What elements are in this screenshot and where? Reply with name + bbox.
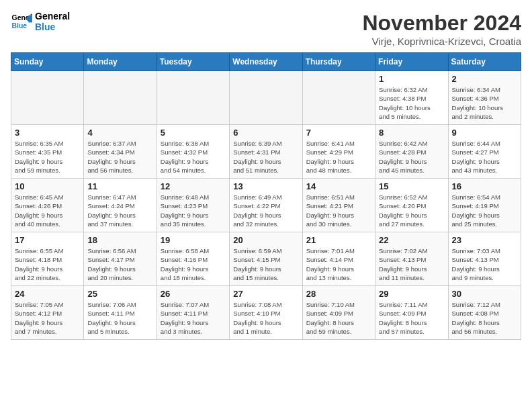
logo: General Blue General Blue <box>11 11 70 32</box>
day-detail: Sunrise: 7:01 AMSunset: 4:14 PMDaylight:… <box>306 246 371 282</box>
day-number: 22 <box>379 235 444 245</box>
day-number: 2 <box>452 74 517 84</box>
day-number: 18 <box>87 235 152 245</box>
day-cell <box>11 71 84 125</box>
day-number: 23 <box>452 235 517 245</box>
col-header-saturday: Saturday <box>448 53 521 71</box>
day-number: 20 <box>233 235 298 245</box>
day-detail: Sunrise: 7:05 AMSunset: 4:12 PMDaylight:… <box>15 300 80 336</box>
day-number: 26 <box>161 289 226 299</box>
day-cell: 15Sunrise: 6:52 AMSunset: 4:20 PMDayligh… <box>375 179 448 232</box>
day-number: 13 <box>233 181 298 191</box>
day-number: 11 <box>87 181 152 191</box>
location-title: Virje, Koprivnica-Krizevci, Croatia <box>362 36 521 47</box>
day-cell: 16Sunrise: 6:54 AMSunset: 4:19 PMDayligh… <box>448 179 521 232</box>
day-detail: Sunrise: 7:07 AMSunset: 4:11 PMDaylight:… <box>161 300 226 336</box>
day-detail: Sunrise: 6:37 AMSunset: 4:34 PMDaylight:… <box>87 139 152 175</box>
day-number: 17 <box>15 235 80 245</box>
day-detail: Sunrise: 7:11 AMSunset: 4:09 PMDaylight:… <box>379 300 444 336</box>
logo-icon: General Blue <box>11 11 32 32</box>
day-detail: Sunrise: 6:51 AMSunset: 4:21 PMDaylight:… <box>306 193 371 228</box>
day-cell: 28Sunrise: 7:10 AMSunset: 4:09 PMDayligh… <box>302 286 375 340</box>
day-detail: Sunrise: 6:42 AMSunset: 4:28 PMDaylight:… <box>379 139 444 175</box>
day-detail: Sunrise: 6:49 AMSunset: 4:22 PMDaylight:… <box>233 193 298 228</box>
col-header-thursday: Thursday <box>302 53 375 71</box>
day-number: 25 <box>87 289 152 299</box>
day-cell: 23Sunrise: 7:03 AMSunset: 4:13 PMDayligh… <box>448 232 521 286</box>
day-detail: Sunrise: 6:32 AMSunset: 4:38 PMDaylight:… <box>379 85 444 121</box>
day-number: 7 <box>306 128 371 138</box>
day-cell: 5Sunrise: 6:38 AMSunset: 4:32 PMDaylight… <box>157 125 229 179</box>
day-detail: Sunrise: 7:03 AMSunset: 4:13 PMDaylight:… <box>452 246 517 282</box>
day-number: 1 <box>379 74 444 84</box>
calendar-table: SundayMondayTuesdayWednesdayThursdayFrid… <box>11 52 521 340</box>
day-detail: Sunrise: 7:06 AMSunset: 4:11 PMDaylight:… <box>87 300 152 336</box>
day-number: 21 <box>306 235 371 245</box>
day-cell: 29Sunrise: 7:11 AMSunset: 4:09 PMDayligh… <box>375 286 448 340</box>
day-cell: 4Sunrise: 6:37 AMSunset: 4:34 PMDaylight… <box>84 125 157 179</box>
week-row-5: 24Sunrise: 7:05 AMSunset: 4:12 PMDayligh… <box>11 286 521 340</box>
week-row-4: 17Sunrise: 6:55 AMSunset: 4:18 PMDayligh… <box>11 232 521 286</box>
day-cell: 27Sunrise: 7:08 AMSunset: 4:10 PMDayligh… <box>230 286 302 340</box>
day-cell <box>230 71 302 125</box>
day-cell: 24Sunrise: 7:05 AMSunset: 4:12 PMDayligh… <box>11 286 84 340</box>
day-number: 19 <box>161 235 226 245</box>
day-number: 30 <box>452 289 517 299</box>
day-detail: Sunrise: 6:54 AMSunset: 4:19 PMDaylight:… <box>452 193 517 228</box>
day-detail: Sunrise: 7:02 AMSunset: 4:13 PMDaylight:… <box>379 246 444 282</box>
day-cell: 13Sunrise: 6:49 AMSunset: 4:22 PMDayligh… <box>230 179 302 232</box>
day-cell: 20Sunrise: 6:59 AMSunset: 4:15 PMDayligh… <box>230 232 302 286</box>
day-detail: Sunrise: 6:47 AMSunset: 4:24 PMDaylight:… <box>87 193 152 228</box>
day-cell: 6Sunrise: 6:39 AMSunset: 4:31 PMDaylight… <box>230 125 302 179</box>
day-cell: 2Sunrise: 6:34 AMSunset: 4:36 PMDaylight… <box>448 71 521 125</box>
day-number: 29 <box>379 289 444 299</box>
day-cell: 10Sunrise: 6:45 AMSunset: 4:26 PMDayligh… <box>11 179 84 232</box>
day-cell: 9Sunrise: 6:44 AMSunset: 4:27 PMDaylight… <box>448 125 521 179</box>
day-number: 27 <box>233 289 298 299</box>
day-cell: 26Sunrise: 7:07 AMSunset: 4:11 PMDayligh… <box>157 286 229 340</box>
day-detail: Sunrise: 6:39 AMSunset: 4:31 PMDaylight:… <box>233 139 298 175</box>
logo-blue: Blue <box>35 21 70 32</box>
week-row-3: 10Sunrise: 6:45 AMSunset: 4:26 PMDayligh… <box>11 179 521 232</box>
week-row-1: 1Sunrise: 6:32 AMSunset: 4:38 PMDaylight… <box>11 71 521 125</box>
day-detail: Sunrise: 7:12 AMSunset: 4:08 PMDaylight:… <box>452 300 517 336</box>
day-number: 12 <box>161 181 226 191</box>
day-detail: Sunrise: 6:34 AMSunset: 4:36 PMDaylight:… <box>452 85 517 121</box>
day-number: 4 <box>87 128 152 138</box>
week-row-2: 3Sunrise: 6:35 AMSunset: 4:35 PMDaylight… <box>11 125 521 179</box>
col-header-sunday: Sunday <box>11 53 84 71</box>
header-row: SundayMondayTuesdayWednesdayThursdayFrid… <box>11 53 521 71</box>
svg-text:Blue: Blue <box>12 22 28 30</box>
day-cell: 21Sunrise: 7:01 AMSunset: 4:14 PMDayligh… <box>302 232 375 286</box>
day-detail: Sunrise: 6:35 AMSunset: 4:35 PMDaylight:… <box>15 139 80 175</box>
day-number: 3 <box>15 128 80 138</box>
day-cell: 14Sunrise: 6:51 AMSunset: 4:21 PMDayligh… <box>302 179 375 232</box>
day-number: 15 <box>379 181 444 191</box>
day-number: 28 <box>306 289 371 299</box>
day-detail: Sunrise: 6:45 AMSunset: 4:26 PMDaylight:… <box>15 193 80 228</box>
day-cell: 8Sunrise: 6:42 AMSunset: 4:28 PMDaylight… <box>375 125 448 179</box>
day-cell: 3Sunrise: 6:35 AMSunset: 4:35 PMDaylight… <box>11 125 84 179</box>
col-header-tuesday: Tuesday <box>157 53 229 71</box>
day-cell: 19Sunrise: 6:58 AMSunset: 4:16 PMDayligh… <box>157 232 229 286</box>
day-cell <box>302 71 375 125</box>
day-number: 10 <box>15 181 80 191</box>
day-number: 5 <box>161 128 226 138</box>
day-cell: 17Sunrise: 6:55 AMSunset: 4:18 PMDayligh… <box>11 232 84 286</box>
day-detail: Sunrise: 6:56 AMSunset: 4:17 PMDaylight:… <box>87 246 152 282</box>
day-detail: Sunrise: 6:59 AMSunset: 4:15 PMDaylight:… <box>233 246 298 282</box>
day-detail: Sunrise: 6:41 AMSunset: 4:29 PMDaylight:… <box>306 139 371 175</box>
day-number: 6 <box>233 128 298 138</box>
day-number: 9 <box>452 128 517 138</box>
day-cell: 1Sunrise: 6:32 AMSunset: 4:38 PMDaylight… <box>375 71 448 125</box>
day-number: 14 <box>306 181 371 191</box>
col-header-friday: Friday <box>375 53 448 71</box>
day-detail: Sunrise: 6:44 AMSunset: 4:27 PMDaylight:… <box>452 139 517 175</box>
day-detail: Sunrise: 7:10 AMSunset: 4:09 PMDaylight:… <box>306 300 371 336</box>
day-cell <box>84 71 157 125</box>
day-number: 16 <box>452 181 517 191</box>
day-detail: Sunrise: 6:58 AMSunset: 4:16 PMDaylight:… <box>161 246 226 282</box>
logo-general: General <box>35 11 70 21</box>
day-detail: Sunrise: 7:08 AMSunset: 4:10 PMDaylight:… <box>233 300 298 336</box>
day-cell: 12Sunrise: 6:48 AMSunset: 4:23 PMDayligh… <box>157 179 229 232</box>
